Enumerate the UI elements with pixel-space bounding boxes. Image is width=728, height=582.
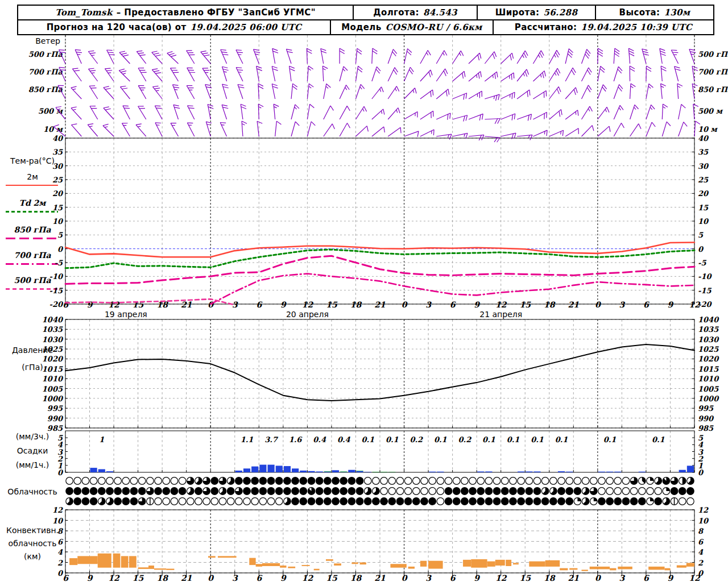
svg-text:0: 0: [595, 573, 601, 582]
svg-text:1000: 1000: [698, 394, 719, 403]
svg-text:30: 30: [52, 162, 64, 171]
svg-text:1015: 1015: [698, 365, 719, 373]
svg-text:3.7: 3.7: [264, 435, 279, 444]
svg-text:40: 40: [52, 134, 64, 143]
svg-text:1000: 1000: [42, 394, 64, 403]
temperature-lines: [65, 243, 694, 305]
svg-text:10: 10: [52, 517, 64, 525]
svg-text:500 м: 500 м: [698, 107, 723, 115]
svg-text:21: 21: [181, 573, 192, 582]
svg-text:6: 6: [63, 300, 69, 309]
svg-text:6: 6: [63, 573, 69, 582]
svg-text:0: 0: [402, 573, 408, 582]
svg-text:19 апреля: 19 апреля: [105, 310, 147, 319]
svg-text:10: 10: [52, 217, 64, 226]
wind-barbs: [53, 48, 700, 142]
svg-text:10: 10: [698, 517, 709, 525]
svg-text:1.6: 1.6: [289, 435, 303, 444]
svg-text:0.4: 0.4: [337, 435, 351, 444]
svg-text:500 гПа: 500 гПа: [698, 50, 728, 59]
svg-text:12: 12: [698, 506, 709, 514]
svg-text:21: 21: [374, 300, 386, 309]
svg-text:0: 0: [698, 468, 704, 477]
svg-text:12: 12: [689, 300, 701, 309]
svg-text:1010: 1010: [698, 375, 719, 383]
svg-text:6: 6: [57, 538, 64, 546]
svg-text:3: 3: [619, 300, 626, 309]
svg-text:-15: -15: [49, 286, 63, 295]
svg-text:12: 12: [495, 573, 507, 582]
svg-text:0.1: 0.1: [555, 435, 568, 444]
svg-text:35: 35: [698, 148, 709, 156]
svg-text:20: 20: [698, 189, 709, 198]
svg-text:1005: 1005: [42, 385, 63, 393]
svg-text:1015: 1015: [42, 365, 63, 373]
svg-text:-20: -20: [698, 300, 712, 309]
svg-text:-5: -5: [698, 259, 706, 267]
svg-text:1040: 1040: [42, 315, 64, 324]
svg-text:-15: -15: [698, 286, 712, 295]
svg-text:9: 9: [280, 300, 287, 309]
meteogram-chart: 40403535303025252020151510105500-5-5-10-…: [0, 0, 728, 582]
svg-text:15: 15: [133, 573, 144, 582]
svg-text:5: 5: [57, 231, 63, 239]
svg-text:25: 25: [698, 176, 709, 184]
svg-text:2: 2: [698, 559, 704, 567]
svg-text:21: 21: [568, 300, 580, 309]
svg-text:15: 15: [326, 573, 338, 582]
svg-text:2: 2: [57, 559, 63, 567]
svg-text:6: 6: [256, 300, 262, 309]
svg-text:9: 9: [668, 573, 674, 582]
svg-text:0.1: 0.1: [434, 435, 447, 444]
svg-text:500 м: 500 м: [38, 107, 64, 115]
svg-text:15: 15: [519, 573, 531, 582]
svg-text:-5: -5: [55, 259, 63, 267]
svg-text:0: 0: [698, 245, 704, 253]
svg-text:6: 6: [450, 573, 456, 582]
svg-text:4: 4: [57, 548, 63, 556]
svg-text:8: 8: [57, 527, 64, 535]
svg-text:4: 4: [698, 548, 704, 556]
svg-text:-20: -20: [49, 300, 64, 309]
svg-text:1030: 1030: [698, 335, 719, 344]
svg-text:0.1: 0.1: [531, 435, 544, 444]
svg-text:1035: 1035: [42, 325, 63, 334]
svg-text:0: 0: [595, 300, 601, 309]
svg-text:15: 15: [52, 203, 63, 212]
svg-text:18: 18: [156, 573, 168, 582]
svg-text:0.4: 0.4: [313, 435, 326, 444]
svg-text:18: 18: [350, 300, 362, 309]
svg-text:21: 21: [181, 300, 192, 309]
svg-text:1: 1: [99, 435, 104, 444]
svg-text:0.1: 0.1: [603, 435, 617, 444]
svg-text:995: 995: [47, 404, 63, 413]
svg-text:700 гПа: 700 гПа: [698, 68, 728, 76]
svg-text:3: 3: [232, 573, 238, 582]
svg-text:1020: 1020: [42, 355, 64, 363]
svg-text:9: 9: [280, 573, 287, 582]
cloud-cover-rows: [66, 477, 694, 505]
svg-text:12: 12: [302, 300, 314, 309]
svg-text:-10: -10: [698, 272, 712, 281]
svg-text:1.1: 1.1: [241, 435, 254, 444]
svg-text:-10: -10: [49, 272, 64, 281]
svg-text:12: 12: [302, 573, 314, 582]
svg-text:20 апреля: 20 апреля: [286, 310, 329, 319]
svg-text:0.1: 0.1: [482, 435, 495, 444]
svg-text:12: 12: [495, 300, 507, 309]
svg-text:0.1: 0.1: [361, 435, 374, 444]
svg-text:700 гПа: 700 гПа: [28, 68, 63, 76]
svg-text:995: 995: [698, 404, 714, 413]
svg-text:850 гПа: 850 гПа: [28, 85, 63, 94]
svg-text:10: 10: [698, 217, 709, 226]
svg-text:1040: 1040: [698, 315, 719, 324]
svg-text:1035: 1035: [698, 325, 719, 334]
meteogram-page: { "header": { "station": "Tom_Tomsk", "p…: [0, 0, 728, 582]
svg-text:0: 0: [57, 468, 64, 477]
svg-text:985: 985: [698, 424, 714, 433]
svg-text:1030: 1030: [42, 335, 64, 344]
svg-text:21: 21: [374, 573, 386, 582]
svg-text:1020: 1020: [698, 355, 719, 363]
svg-text:15: 15: [326, 300, 338, 309]
svg-text:0: 0: [402, 300, 408, 309]
